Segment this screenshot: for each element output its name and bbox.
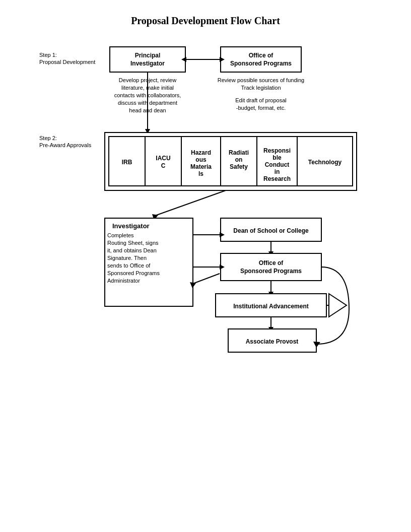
desc-osp-2: Track legislation — [241, 85, 281, 91]
page-title: Proposal Development Flow Chart — [20, 15, 391, 27]
rcr-label5: Research — [263, 175, 291, 182]
radsafe-label3: Safety — [230, 163, 248, 170]
osp-top-label1: Office of — [249, 52, 274, 59]
rcr-label3: Conduct — [265, 161, 290, 168]
osp-bottom-label1: Office of — [259, 259, 284, 267]
iacuc-label2: C — [161, 162, 166, 169]
page: Proposal Development Flow Chart Step 1: … — [0, 0, 411, 532]
rcr-label1: Responsi — [263, 147, 291, 154]
flowchart-svg: Step 1: Proposal Development Principal I… — [39, 42, 372, 435]
desc-osp-1: Review possible sources of funding — [218, 77, 304, 83]
desc-osp-4: -budget, format, etc. — [236, 105, 286, 111]
principal-investigator-box — [110, 47, 185, 72]
rcr-label2: ble — [272, 154, 282, 161]
rcr-label4: in — [275, 168, 280, 175]
osp-bottom-label2: Sponsored Programs — [240, 268, 302, 275]
hazmat-label4: ls — [198, 170, 203, 177]
hazmat-label3: Materia — [190, 163, 212, 170]
radsafe-label2: on — [235, 156, 243, 163]
osp-top-box — [221, 47, 301, 72]
inst-adv-label: Institutional Advancement — [233, 303, 309, 310]
inv-desc-4: Signature. Then — [107, 255, 147, 261]
step1-label-line1: Step 1: — [39, 52, 57, 58]
osp-to-inv-arrow — [193, 274, 220, 284]
chevron-right-shape — [329, 294, 347, 317]
inv-desc-5: sends to Office of — [107, 262, 151, 269]
inv-desc-2: Routing Sheet, signs — [107, 240, 159, 246]
investigator-title: Investigator — [112, 222, 150, 230]
osp-bottom-box — [221, 253, 321, 281]
desc-osp-3: Edit draft of proposal — [235, 97, 287, 103]
hazmat-label1: Hazard — [191, 149, 211, 156]
hazmat-label2: ous — [195, 156, 207, 163]
osp-top-label2: Sponsored Programs — [230, 60, 292, 67]
inv-desc-3: it, and obtains Dean — [107, 247, 157, 253]
step2-label-line2: Pre-Award Approvals — [39, 142, 92, 148]
inv-desc-7: Administrator — [107, 278, 140, 284]
tech-label: Technology — [308, 159, 342, 166]
step2-to-investigator-arrow — [155, 190, 226, 216]
inv-desc-1: Completes — [107, 232, 134, 238]
radsafe-label1: Radiati — [229, 149, 249, 156]
step2-label-line1: Step 2: — [39, 135, 57, 141]
irb-label: IRB — [122, 159, 132, 166]
dean-label: Dean of School or College — [233, 227, 309, 234]
pi-label: Principal — [135, 52, 161, 59]
step1-label-line2: Proposal Development — [39, 59, 95, 65]
assoc-provost-label: Associate Provost — [246, 338, 299, 345]
iacuc-label1: IACU — [156, 155, 170, 162]
inv-desc-6: Sponsored Programs — [107, 270, 160, 276]
pi-label2: Investigator — [130, 60, 165, 67]
